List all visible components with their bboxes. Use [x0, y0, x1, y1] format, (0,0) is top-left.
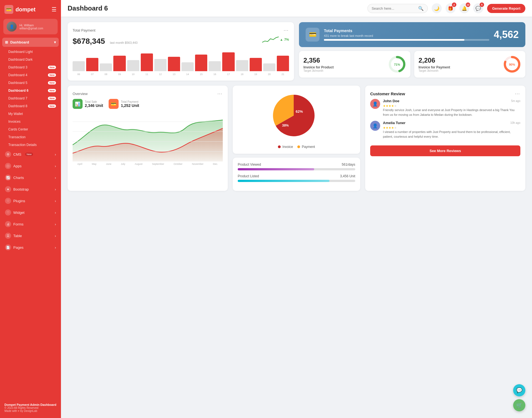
- sidebar-item-dashboard-3[interactable]: Dashboard 3New: [6, 63, 59, 71]
- sidebar-item-cms[interactable]: ⚙CMSNew ›: [2, 149, 59, 160]
- badge-new: New: [48, 97, 56, 100]
- sidebar-item-transaction-details[interactable]: Transaction Details: [6, 141, 59, 149]
- table-icon: ☰: [5, 233, 11, 239]
- x-label: September: [152, 163, 164, 165]
- sidebar-item-invoices[interactable]: Invoices: [6, 118, 59, 125]
- search-icon: 🔍: [418, 6, 424, 11]
- message-notification-button[interactable]: 💬 5: [473, 3, 483, 13]
- hamburger-button[interactable]: ☰: [52, 6, 57, 13]
- sidebar-item-my-wallet[interactable]: My Wallet: [6, 110, 59, 118]
- chevron-right-icon: ›: [55, 211, 56, 215]
- reviewer-2-text: I viewed a number of properties with Jus…: [383, 130, 520, 139]
- sidebar-item-widget[interactable]: ♡Widget ›: [2, 207, 59, 218]
- generate-report-button[interactable]: Generate Report: [487, 4, 525, 13]
- chevron-right-icon: ›: [55, 187, 56, 191]
- sidebar-item-dashboard-light[interactable]: Dashboard Light: [6, 48, 59, 56]
- sidebar-item-dashboard-7[interactable]: Dashboard 7New: [6, 94, 59, 102]
- pie-chart-card: 62% 38% Invoice Payment: [233, 86, 360, 154]
- reviewer-1-text: Friendly service Josh, Lunar and everyon…: [383, 108, 520, 117]
- apps-icon: ⬡: [5, 163, 11, 169]
- sidebar-item-dashboard-4[interactable]: Dashboard 4New: [6, 71, 59, 79]
- badge-new: New: [48, 89, 56, 92]
- total-sale-val: 2,346 Unit: [85, 103, 103, 108]
- product-listed-val: 3,456 Unit: [340, 174, 355, 178]
- topbar: Dashboard 6 🔍 🌙 🎁 2 🔔 12 💬 5 Generate Re…: [61, 0, 532, 17]
- sidebar-item-plugins[interactable]: ♡Plugins ›: [2, 195, 59, 206]
- invoice-payment-card: 2,206 Invoice for Payment Target 3k/mont…: [414, 51, 526, 78]
- svg-text:71%: 71%: [394, 63, 400, 66]
- review-menu[interactable]: ⋯: [515, 91, 520, 97]
- dark-mode-toggle[interactable]: 🌙: [432, 3, 442, 13]
- total-payment-header: Total Payment ⋯: [73, 27, 289, 33]
- dashboard-sub-menu: Dashboard Light Dashboard Dark Dashboard…: [2, 48, 59, 149]
- product-listed-header: Product Listed 3,456 Unit: [238, 174, 355, 178]
- dashboard-label: Dashboard: [10, 40, 29, 44]
- bar: [222, 52, 234, 71]
- bell-notification-button[interactable]: 🔔 12: [459, 3, 469, 13]
- sidebar-item-charts[interactable]: 📈Charts ›: [2, 172, 59, 183]
- overview-menu[interactable]: ⋯: [217, 91, 223, 97]
- total-payment-card: Total Payment ⋯ $678,345 last month $563…: [68, 22, 294, 81]
- review-item-2: 👤 Amelia Tuner 10h ago ★★★★★ I viewed a …: [370, 121, 520, 139]
- widget-icon: ♡: [5, 209, 11, 216]
- reviewer-1-name: John Doe: [383, 99, 399, 103]
- invoice-payment-sub: Target 3k/month: [419, 69, 450, 72]
- nav-section: ⊞ Dashboard ▾ Dashboard Light Dashboard …: [0, 38, 61, 253]
- invoice-product-info: 2,356 Invoice for Product Target 3k/mont…: [303, 57, 334, 72]
- bar-labels: 06070809 10111213 14151617 18192021: [73, 73, 289, 76]
- legend-payment: Payment: [297, 145, 315, 149]
- total-payment-menu[interactable]: ⋯: [283, 27, 289, 33]
- search-box: 🔍: [367, 4, 428, 13]
- search-input[interactable]: [372, 6, 416, 11]
- badge-new: New: [48, 104, 56, 108]
- banner-title: Total Payments: [324, 29, 489, 33]
- main-area: Dashboard 6 🔍 🌙 🎁 2 🔔 12 💬 5 Generate Re…: [61, 0, 532, 418]
- sidebar-item-dashboard-6[interactable]: Dashboard 6New: [6, 87, 59, 94]
- invoice-payment-donut: 90%: [503, 55, 521, 73]
- badge-new-cms: New: [25, 153, 33, 156]
- payment-dot: [297, 145, 300, 148]
- cms-icon: ⚙: [5, 151, 11, 157]
- total-sale-stat: 📊 Total Sale 2,346 Unit: [73, 99, 103, 109]
- gift-notification-button[interactable]: 🎁 2: [446, 3, 456, 13]
- bar: [168, 57, 180, 71]
- sidebar-item-forms[interactable]: 🖨Forms ›: [2, 219, 59, 230]
- legend-invoice: Invoice: [278, 145, 293, 149]
- dashboard-nav-item[interactable]: ⊞ Dashboard ▾: [2, 38, 59, 47]
- cart-fab[interactable]: 🛒: [513, 399, 525, 411]
- logo-area: 💳 dompet: [4, 5, 35, 14]
- sidebar-item-apps[interactable]: ⬡Apps ›: [2, 160, 59, 171]
- sidebar-item-bootstrap[interactable]: ★Bootstrap ›: [2, 184, 59, 195]
- area-chart: [73, 112, 223, 161]
- reviewer-1-time: 5m ago: [511, 99, 520, 102]
- payment-trend: ▲ 7%: [280, 38, 289, 42]
- sidebar-item-cards-center[interactable]: Cards Center: [6, 125, 59, 133]
- sidebar-item-pages[interactable]: 📄Pages ›: [2, 242, 59, 253]
- invoice-product-num: 2,356: [303, 57, 334, 64]
- sidebar-item-dashboard-8[interactable]: Dashboard 8New: [6, 102, 59, 110]
- bar: [263, 63, 275, 71]
- review-title: Customer Review: [370, 91, 405, 96]
- invoice-payment-info: 2,206 Invoice for Payment Target 3k/mont…: [419, 57, 450, 72]
- see-more-reviews-button[interactable]: See More Reviews: [370, 145, 520, 156]
- avatar: 👤: [7, 22, 17, 32]
- sidebar-item-dashboard-dark[interactable]: Dashboard Dark: [6, 56, 59, 63]
- sidebar-item-transaction[interactable]: Transaction: [6, 133, 59, 141]
- support-fab[interactable]: 💬: [513, 384, 525, 396]
- footer-brand: Dompet Payment Admin Dashboard: [4, 403, 57, 406]
- invoice-product-card: 2,356 Invoice for Product Target 3k/mont…: [299, 51, 410, 78]
- bottom-row: Overview ⋯ 📊 Total Sale 2,346 Unit 💳: [68, 86, 525, 191]
- overview-title: Overview: [73, 92, 88, 96]
- pie-label-38: 38%: [282, 124, 289, 127]
- payment-sub: last month $563,443: [110, 41, 138, 44]
- reviewer-2-stars: ★★★★★: [383, 126, 520, 130]
- user-email: william@gmail.com: [19, 27, 43, 30]
- sidebar-item-dashboard-5[interactable]: Dashboard 5New: [6, 79, 59, 87]
- reviewer-2-avatar: 👤: [370, 121, 380, 131]
- invoice-product-donut: 71%: [388, 55, 406, 73]
- sidebar-item-table[interactable]: ☰Table ›: [2, 230, 59, 241]
- banner-info: Total Payments 431 more to break last mo…: [324, 29, 489, 41]
- logo-text: dompet: [16, 6, 35, 13]
- product-viewed-row: Product Viewed 561/days: [238, 163, 355, 170]
- x-label: November: [192, 163, 204, 165]
